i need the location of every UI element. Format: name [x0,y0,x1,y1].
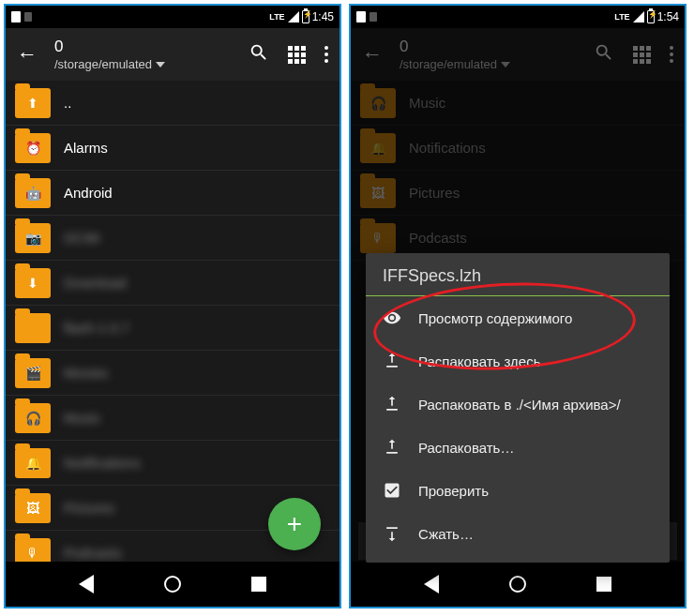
file-name: Alarms [64,140,317,156]
folder-icon: 🎙 [15,538,51,563]
grid-view-icon[interactable] [633,46,651,64]
file-row[interactable]: 📷 DCIM [6,216,339,261]
back-arrow-icon[interactable]: ← [17,42,38,67]
folder-icon: 🎧 [15,403,51,433]
sd-card-icon [356,11,366,23]
file-row[interactable]: 🎬 Movies [6,351,339,396]
folder-icon: 🤖 [15,178,51,208]
file-name: .. [64,95,317,111]
overflow-menu-icon[interactable] [670,46,673,63]
clock-time: 1:45 [312,10,334,23]
path-selector[interactable]: 0 /storage/emulated [54,37,232,73]
file-list[interactable]: ⬆ .. ⏰ Alarms 🤖 Android 📷 DCIM ⬇ Downloa… [6,81,339,562]
search-icon[interactable] [594,42,614,67]
nav-back-button[interactable] [79,575,94,593]
folder-icon: 🔔 [15,448,51,478]
path-title: 0 [54,37,232,57]
clock-time: 1:54 [657,10,679,23]
nav-bar [6,562,339,607]
nav-recent-button[interactable] [251,577,266,592]
signal-icon [288,11,299,23]
nav-recent-button[interactable] [596,577,611,592]
path-subtitle: /storage/emulated [54,57,232,73]
file-row[interactable]: ⏰ Alarms [6,126,339,171]
menu-item-label: Сжать… [418,526,474,542]
folder-icon: 🎙 [360,223,396,253]
extract-to-icon [383,395,401,413]
folder-icon: ⬇ [15,268,51,298]
app-header: ← 0 /storage/emulated [351,28,685,81]
context-menu-item[interactable]: Сжать… [366,512,670,555]
extract-dots-icon [383,438,401,457]
app-header: ← 0 /storage/emulated [6,28,339,81]
battery-icon [302,10,309,23]
folder-icon: 🖼 [360,178,396,208]
overflow-menu-icon[interactable] [324,46,328,63]
grid-view-icon[interactable] [288,46,306,64]
sd-card-icon-2 [24,12,32,22]
menu-item-label: Распаковать в ./<Имя архива>/ [418,397,621,413]
file-name: Android [64,185,317,201]
file-name: Notifications [409,140,662,156]
fab-add-button[interactable]: + [268,498,321,550]
status-bar: LTE 1:54 [351,6,685,28]
file-name: Pictures [409,185,662,201]
file-name: Music [409,95,662,111]
plus-icon: + [287,509,302,539]
folder-icon: 🔔 [360,133,396,163]
file-name: flash-1.0.7 [64,320,317,336]
file-row[interactable]: 🎧 Music [351,81,685,126]
file-name: Podcasts [64,545,317,561]
file-name: Notifications [64,455,317,471]
context-menu-item[interactable]: Проверить [366,469,670,512]
battery-icon [647,10,655,23]
search-icon[interactable] [249,42,269,67]
file-name: Download [64,275,317,291]
folder-icon: 🖼 [15,493,51,523]
menu-item-label: Распаковать… [418,440,514,456]
nav-home-button[interactable] [164,576,181,593]
folder-icon: 📷 [15,223,51,253]
extract-icon [383,352,401,370]
file-row[interactable]: 🖼 Pictures [351,171,685,216]
folder-icon [15,313,51,343]
file-row[interactable]: ⬆ .. [6,81,339,126]
context-menu-item[interactable]: Просмотр содержимого [366,296,670,339]
dropdown-triangle-icon [156,62,165,68]
back-arrow-icon[interactable]: ← [362,42,383,67]
context-menu: IFFSpecs.lzh Просмотр содержимого Распак… [366,253,670,563]
nav-back-button[interactable] [424,575,439,593]
nav-bar [351,562,685,607]
check-icon [383,481,401,500]
file-row[interactable]: 🔔 Notifications [6,441,339,486]
path-subtitle: /storage/emulated [400,57,577,73]
file-row[interactable]: 🎧 Music [6,396,339,441]
eye-icon [383,308,401,327]
file-name: Music [64,410,317,426]
file-name: DCIM [64,230,317,246]
folder-icon: 🎧 [360,88,396,118]
menu-item-label: Проверить [418,483,489,499]
folder-icon: ⏰ [15,133,51,163]
file-row[interactable]: 🔔 Notifications [351,126,685,171]
menu-item-label: Просмотр содержимого [418,310,572,326]
file-row[interactable]: 🤖 Android [6,171,339,216]
signal-icon [633,11,644,23]
file-name: Podcasts [409,230,662,246]
phone-screenshot-right: LTE 1:54 ← 0 /storage/emulated 🎧 Music 🔔… [349,4,686,608]
sd-card-icon [11,11,21,23]
nav-home-button[interactable] [509,576,526,593]
path-selector[interactable]: 0 /storage/emulated [400,37,577,73]
sd-card-icon-2 [370,12,377,22]
file-row[interactable]: ⬇ Download [6,261,339,306]
file-name: Movies [64,365,317,381]
lte-label: LTE [269,12,284,22]
file-row[interactable]: flash-1.0.7 [6,306,339,351]
phone-screenshot-left: LTE 1:45 ← 0 /storage/emulated ⬆ .. ⏰ Al… [4,4,341,608]
compress-icon [383,524,401,543]
context-menu-item[interactable]: Распаковать здесь [366,339,670,383]
context-menu-item[interactable]: Распаковать в ./<Имя архива>/ [366,383,670,426]
lte-label: LTE [614,12,629,22]
context-menu-item[interactable]: Распаковать… [366,426,670,469]
folder-icon: ⬆ [15,88,51,118]
